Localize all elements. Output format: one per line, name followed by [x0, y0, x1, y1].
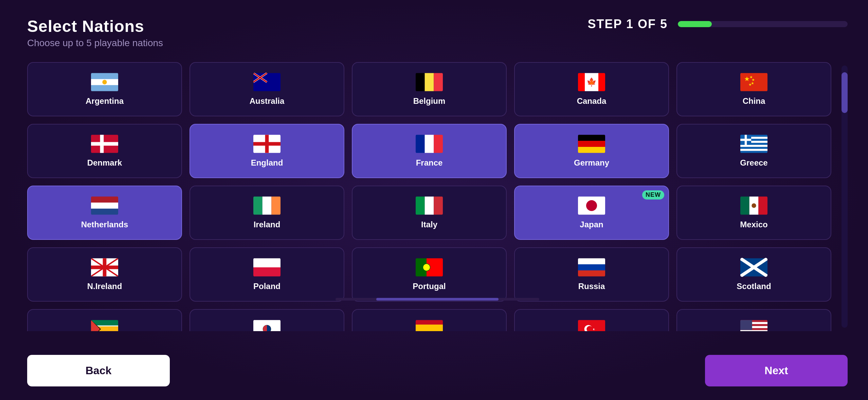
nation-card-spain[interactable]: Spain: [352, 309, 507, 331]
flag-mexico: [740, 196, 767, 215]
next-button[interactable]: Next: [705, 355, 848, 386]
svg-rect-64: [253, 267, 281, 277]
nation-name-italy: Italy: [421, 220, 437, 229]
flag-scotland: [740, 258, 767, 277]
svg-point-53: [586, 200, 597, 211]
svg-rect-83: [416, 325, 443, 331]
nations-grid: ArgentinaAustraliaBelgium🍁Canada★★★★★Chi…: [27, 62, 831, 331]
svg-rect-11: [425, 73, 434, 91]
svg-rect-51: [434, 196, 443, 214]
flag-denmark: [91, 134, 118, 153]
svg-rect-48: [271, 196, 281, 214]
step-section: STEP 1 OF 5: [588, 17, 848, 31]
svg-rect-69: [578, 264, 605, 270]
flag-nireland: [91, 258, 118, 277]
svg-rect-91: [740, 330, 767, 331]
main-container: Select Nations Choose up to 5 playable n…: [0, 0, 868, 400]
nation-name-portugal: Portugal: [413, 282, 446, 291]
nation-card-turkey[interactable]: Turkey: [514, 309, 669, 331]
svg-point-57: [752, 203, 756, 208]
nation-card-mexico[interactable]: Mexico: [676, 186, 831, 240]
nation-card-nireland[interactable]: N.Ireland: [27, 247, 182, 302]
nation-name-canada: Canada: [577, 96, 607, 106]
nation-card-france[interactable]: France: [352, 124, 507, 178]
svg-text:★: ★: [744, 75, 750, 82]
flag-australia: [253, 73, 281, 92]
svg-rect-13: [578, 73, 585, 91]
flag-belgium: [416, 73, 443, 92]
nation-card-argentina[interactable]: Argentina: [27, 62, 182, 116]
svg-text:★: ★: [748, 82, 752, 87]
progress-bar: [678, 21, 848, 27]
svg-rect-70: [578, 270, 605, 277]
nation-card-denmark[interactable]: Denmark: [27, 124, 182, 178]
flag-netherlands: [91, 196, 118, 215]
nation-name-argentina: Argentina: [86, 96, 124, 106]
svg-rect-63: [253, 258, 281, 267]
nation-name-netherlands: Netherlands: [81, 220, 128, 229]
svg-rect-43: [91, 196, 118, 203]
nation-card-portugal[interactable]: Portugal: [352, 247, 507, 302]
flag-russia: [578, 258, 605, 277]
nation-card-scotland[interactable]: Scotland: [676, 247, 831, 302]
back-button[interactable]: Back: [27, 355, 170, 386]
nation-card-australia[interactable]: Australia: [189, 62, 344, 116]
nation-card-greece[interactable]: Greece: [676, 124, 831, 178]
grid-area[interactable]: ArgentinaAustraliaBelgium🍁Canada★★★★★Chi…: [27, 62, 835, 331]
nation-name-france: France: [416, 158, 443, 168]
svg-rect-49: [416, 196, 425, 214]
svg-text:🍁: 🍁: [586, 77, 597, 87]
nation-card-poland[interactable]: Poland: [189, 247, 344, 302]
nation-card-canada[interactable]: 🍁Canada: [514, 62, 669, 116]
nation-card-china[interactable]: ★★★★★China: [676, 62, 831, 116]
svg-rect-47: [263, 196, 272, 214]
nation-card-belgium[interactable]: Belgium: [352, 62, 507, 116]
flag-england: [253, 134, 281, 153]
svg-rect-62: [91, 266, 118, 269]
svg-rect-30: [425, 135, 434, 153]
nation-name-nireland: N.Ireland: [87, 282, 122, 291]
flag-germany: [578, 134, 605, 153]
nation-name-russia: Russia: [578, 282, 605, 291]
nation-name-belgium: Belgium: [413, 96, 446, 106]
svg-rect-15: [598, 73, 605, 91]
svg-rect-31: [434, 135, 443, 153]
nation-card-germany[interactable]: Germany: [514, 124, 669, 178]
flag-spain: [416, 320, 443, 331]
svg-rect-56: [758, 196, 767, 214]
nation-name-japan: Japan: [580, 220, 603, 229]
svg-point-3: [102, 80, 107, 84]
svg-rect-93: [740, 320, 752, 330]
nation-name-poland: Poland: [253, 282, 281, 291]
svg-rect-33: [578, 141, 605, 147]
svg-rect-45: [91, 209, 118, 215]
nation-card-southafrica[interactable]: South Africa: [27, 309, 182, 331]
scrollbar-track[interactable]: [842, 65, 848, 328]
nation-card-ireland[interactable]: Ireland: [189, 186, 344, 240]
flag-poland: [253, 258, 281, 277]
main-area: ArgentinaAustraliaBelgium🍁Canada★★★★★Chi…: [27, 62, 848, 331]
svg-rect-10: [416, 73, 425, 91]
page-title: Select Nations: [27, 17, 163, 36]
svg-rect-28: [253, 142, 281, 146]
svg-rect-46: [253, 196, 263, 214]
nation-card-japan[interactable]: JapanNEW: [514, 186, 669, 240]
nation-card-netherlands[interactable]: Netherlands: [27, 186, 182, 240]
flag-usa: [740, 320, 767, 331]
nation-card-italy[interactable]: Italy: [352, 186, 507, 240]
svg-rect-2: [91, 85, 118, 91]
svg-rect-12: [434, 73, 443, 91]
nation-name-england: England: [251, 158, 283, 168]
flag-france: [416, 134, 443, 153]
flag-ireland: [253, 196, 281, 215]
nation-card-russia[interactable]: Russia: [514, 247, 669, 302]
nation-card-southkorea[interactable]: South Korea: [189, 309, 344, 331]
svg-rect-39: [740, 149, 767, 151]
flag-argentina: [91, 73, 118, 92]
flag-canada: 🍁: [578, 73, 605, 92]
nation-name-australia: Australia: [250, 96, 285, 106]
nation-card-usa[interactable]: USA: [676, 309, 831, 331]
nation-card-england[interactable]: England: [189, 124, 344, 178]
progress-bar-fill: [678, 21, 712, 27]
horizontal-scrollbar: [336, 298, 539, 301]
